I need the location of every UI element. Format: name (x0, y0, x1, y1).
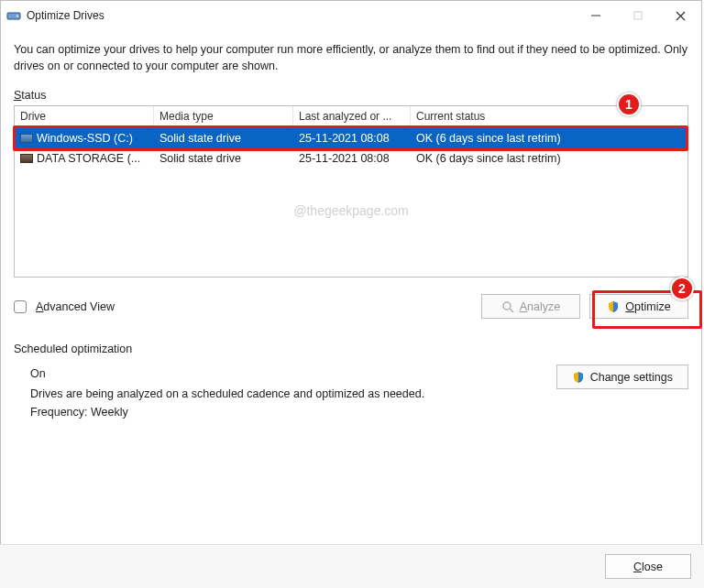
table-header: Drive Media type Last analyzed or ... Cu… (15, 106, 688, 128)
scheduled-desc: Drives are being analyzed on a scheduled… (30, 385, 538, 403)
col-media[interactable]: Media type (154, 106, 293, 127)
close-dialog-button[interactable]: Close (605, 554, 691, 579)
status-cell: OK (6 days since last retrim) (411, 152, 688, 165)
drive-name-cell: Windows-SSD (C:) (15, 132, 154, 145)
col-drive[interactable]: Drive (15, 106, 154, 127)
drive-icon (20, 134, 33, 143)
content-area: You can optimize your drives to help you… (1, 30, 701, 432)
analyze-button[interactable]: Analyze (481, 294, 580, 319)
optimize-button[interactable]: Optimize (589, 294, 688, 319)
status-cell: OK (6 days since last retrim) (411, 132, 688, 145)
window-title: Optimize Drives (27, 9, 575, 22)
scheduled-optimization-header: Scheduled optimization (14, 343, 688, 355)
drive-icon (20, 154, 33, 163)
svg-point-1 (16, 16, 18, 17)
svg-point-6 (503, 302, 511, 310)
svg-line-7 (510, 309, 513, 312)
drives-table: Drive Media type Last analyzed or ... Cu… (14, 105, 688, 278)
col-analyzed[interactable]: Last analyzed or ... (293, 106, 411, 127)
titlebar: Optimize Drives (1, 1, 701, 30)
close-button[interactable] (659, 1, 701, 30)
app-icon (6, 8, 21, 23)
shield-icon (572, 371, 585, 384)
minimize-button[interactable] (575, 1, 617, 30)
dialog-footer: Close (0, 544, 704, 588)
scheduled-on-label: On (30, 365, 538, 383)
advanced-view-label: Advanced View (36, 300, 115, 313)
advanced-view-checkbox[interactable] (14, 300, 27, 313)
analyzed-cell: 25-11-2021 08:08 (293, 132, 411, 145)
below-table-bar: Advanced View Analyze Optimize (14, 294, 688, 319)
status-label: Status (14, 89, 688, 102)
table-row[interactable]: DATA STORAGE (... Solid state drive 25-1… (15, 148, 688, 169)
description-text: You can optimize your drives to help you… (14, 41, 688, 74)
media-cell: Solid state drive (154, 152, 293, 165)
scheduled-section: On Drives are being analyzed on a schedu… (14, 365, 688, 421)
scheduled-text: On Drives are being analyzed on a schedu… (30, 365, 538, 421)
watermark-text: @thegeekpage.com (293, 203, 409, 218)
table-row[interactable]: Windows-SSD (C:) Solid state drive 25-11… (15, 128, 688, 148)
scheduled-freq: Frequency: Weekly (30, 403, 538, 421)
window-controls (575, 1, 701, 30)
analyzed-cell: 25-11-2021 08:08 (293, 152, 411, 165)
col-status[interactable]: Current status (411, 106, 688, 127)
shield-icon (607, 300, 620, 313)
analyze-icon (501, 300, 514, 313)
media-cell: Solid state drive (154, 132, 293, 145)
svg-rect-3 (634, 12, 642, 19)
maximize-button[interactable] (617, 1, 659, 30)
optimize-drives-window: Optimize Drives You can optimize your dr… (0, 0, 702, 586)
drives-table-wrap: Drive Media type Last analyzed or ... Cu… (14, 105, 688, 319)
drive-name-cell: DATA STORAGE (... (15, 152, 154, 165)
change-settings-button[interactable]: Change settings (556, 365, 688, 389)
